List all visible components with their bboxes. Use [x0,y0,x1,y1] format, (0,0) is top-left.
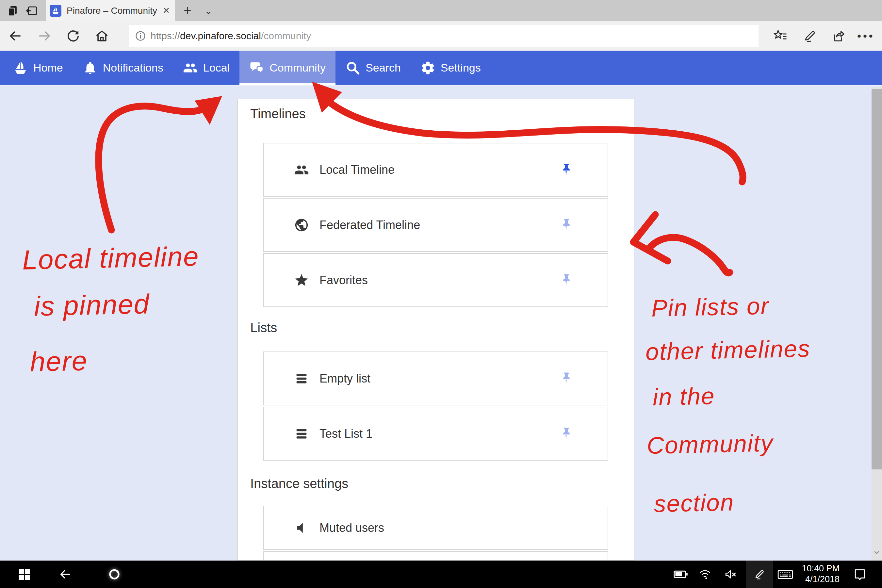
bell-icon [82,60,98,75]
taskbar-clock[interactable]: 10:40 PM 4/1/2018 [794,563,840,585]
cortana-icon[interactable] [108,568,121,581]
nav-item-home[interactable]: Home [3,51,73,85]
url-field[interactable]: https://dev.pinafore.social/community [129,25,759,47]
new-tab-button[interactable]: + [180,0,195,21]
browser-scrollbar[interactable] [872,87,882,561]
clock-date: 4/1/2018 [794,574,840,585]
nav-item-settings[interactable]: Settings [411,51,490,85]
row-label: Test List 1 [320,427,372,441]
nav-item-local[interactable]: Local [173,51,240,85]
section-heading-timelines: Timelines [250,106,306,121]
row-label: Federated Timeline [320,218,420,232]
row-label: Favorites [320,273,368,287]
url-host: dev.pinafore.social [180,30,261,41]
nav-label: Local [203,62,230,74]
list-item-muted-users[interactable]: Muted users [263,506,608,550]
browser-tab[interactable]: Pinafore – Community ✕ [46,0,175,21]
nav-item-search[interactable]: Search [336,51,411,85]
taskbar-back-icon[interactable] [59,568,72,581]
scrollbar-thumb[interactable] [872,89,882,470]
pin-icon[interactable] [559,371,574,386]
list-item-partial[interactable] [263,551,608,561]
nav-label: Settings [441,62,481,74]
people-icon [294,162,309,177]
list-item-local-timeline[interactable]: Local Timeline [263,143,608,196]
nav-label: Notifications [103,62,164,74]
url-path: /community [261,30,311,41]
sailboat-icon [13,60,28,75]
back-icon[interactable] [8,29,22,43]
browser-titlebar: Pinafore – Community ✕ + ⌄ [0,0,882,21]
row-label: Muted users [320,521,384,535]
share-icon[interactable] [830,28,846,44]
nav-label: Home [33,62,63,74]
pin-icon[interactable] [559,273,574,288]
community-card: Timelines Local Timeline Federated Timel… [237,99,634,561]
nav-label: Search [366,62,401,74]
browser-addressbar: https://dev.pinafore.social/community ••… [0,21,882,51]
set-aside-tabs-icon[interactable] [6,4,19,17]
list-item-federated-timeline[interactable]: Federated Timeline [263,198,608,252]
instance-settings-group: Muted users [263,506,608,561]
nav-label: Community [270,62,326,74]
tab-title: Pinafore – Community [67,6,157,16]
community-page: Timelines Local Timeline Federated Timel… [0,86,882,561]
people-icon [183,60,198,75]
more-menu-icon[interactable]: ••• [857,21,875,51]
battery-icon[interactable] [674,568,688,581]
list-item-favorites[interactable]: Favorites [263,253,608,307]
section-heading-lists: Lists [250,321,277,335]
chat-bubbles-icon [249,60,264,75]
nav-item-notifications[interactable]: Notifications [73,51,173,85]
timelines-group: Local Timeline Federated Timeline Favori… [263,143,608,307]
action-center-icon[interactable] [853,568,866,581]
touch-keyboard-icon[interactable] [777,568,793,581]
site-info-icon[interactable] [135,30,146,42]
screen: Pinafore – Community ✕ + ⌄ https://dev.p… [0,0,882,588]
section-heading-instance-settings: Instance settings [250,476,348,491]
tab-preview-toggle[interactable]: ⌄ [201,0,216,21]
row-label: Empty list [320,372,370,386]
pen-icon [753,568,766,581]
start-button-icon[interactable] [18,568,31,581]
pin-icon[interactable] [559,426,574,441]
url-scheme: https:// [151,30,180,41]
gear-icon [420,60,435,75]
scrollbar-down-icon[interactable] [873,549,881,556]
volume-muted-icon[interactable] [724,568,737,581]
row-label: Local Timeline [320,163,394,177]
list-item-test-list-1[interactable]: Test List 1 [263,407,608,460]
muted-speaker-icon [294,520,309,536]
restore-tabs-icon[interactable] [26,4,38,17]
list-item-empty-list[interactable]: Empty list [263,351,608,405]
search-icon [345,60,360,75]
forward-icon[interactable] [37,29,52,43]
home-icon[interactable] [95,29,109,43]
favorites-hub-icon[interactable] [772,28,788,44]
web-note-pen-icon[interactable] [802,28,818,44]
windows-taskbar: 10:40 PM 4/1/2018 [0,561,882,588]
url-text: https://dev.pinafore.social/community [151,30,311,42]
globe-icon [294,218,309,232]
pin-icon[interactable] [559,218,574,232]
list-icon [294,371,309,386]
tab-close-icon[interactable]: ✕ [163,6,170,16]
lists-group: Empty list Test List 1 [263,351,608,460]
pinafore-navbar: Home Notifications Local Community Searc… [0,51,882,86]
star-icon [294,273,309,288]
clock-time: 10:40 PM [794,563,840,574]
windows-ink-tile[interactable] [746,561,773,588]
list-icon [294,426,309,441]
pin-icon[interactable] [559,162,574,177]
wifi-icon[interactable] [698,568,711,581]
nav-item-community[interactable]: Community [240,51,336,85]
refresh-icon[interactable] [66,29,80,43]
pinafore-favicon [50,5,62,16]
